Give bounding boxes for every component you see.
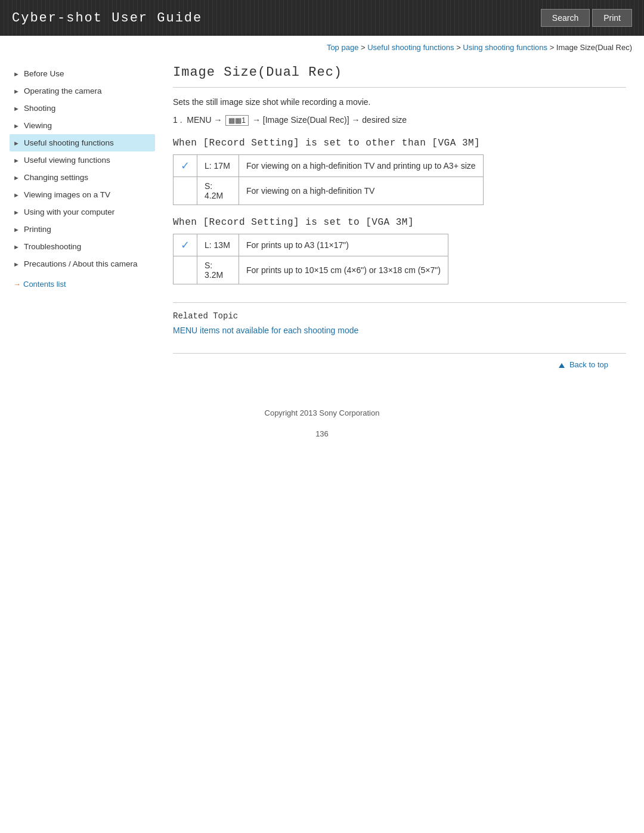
sidebar-item-useful-shooting[interactable]: ► Useful shooting functions [10,134,155,151]
arrow-icon: ► [13,122,20,129]
footer: Copyright 2013 Sony Corporation [0,399,644,423]
check-icon-cell [174,177,197,205]
arrow-icon: ► [13,140,20,147]
header: Cyber-shot User Guide Search Print [0,0,644,36]
size-cell: S: 3.2M [197,256,239,284]
sidebar-label: Printing [24,225,51,234]
arrow-icon: ► [13,261,20,268]
header-title: Cyber-shot User Guide [12,11,202,26]
arrow-icon: ► [13,226,20,233]
table-row: S: 4.2M For viewing on a high-definition… [174,177,484,205]
related-topic-section: Related Topic MENU items not available f… [173,302,626,335]
arrow-icon: ► [13,209,20,216]
section1-table: ✓ L: 17M For viewing on a high-definitio… [173,154,484,205]
desc-cell: For viewing on a high-definition TV and … [239,155,484,177]
sidebar-label: Shooting [24,104,55,113]
sidebar-item-troubleshooting[interactable]: ► Troubleshooting [10,238,155,255]
breadcrumb-useful-shooting[interactable]: Useful shooting functions [367,43,454,52]
print-button[interactable]: Print [592,9,632,27]
sidebar-label: Useful viewing functions [24,156,110,165]
header-buttons: Search Print [541,9,632,27]
triangle-up-icon [559,363,565,368]
main-layout: ► Before Use ► Operating the camera ► Sh… [0,59,644,399]
sidebar-label: Troubleshooting [24,242,81,251]
size-cell: S: 4.2M [197,177,239,205]
back-to-top-bar: Back to top [173,353,626,375]
sidebar-label: Viewing images on a TV [24,190,110,199]
sidebar-label: Useful shooting functions [24,138,114,147]
sidebar-item-useful-viewing[interactable]: ► Useful viewing functions [10,151,155,169]
breadcrumb-current: Image Size(Dual Rec) [556,43,632,52]
sidebar-label: Changing settings [24,173,88,182]
sidebar-item-printing[interactable]: ► Printing [10,221,155,238]
desc-cell: For viewing on a high-definition TV [239,177,484,205]
section2-title: When [Record Setting] is set to [VGA 3M] [173,217,626,228]
back-to-top-link[interactable]: Back to top [559,360,608,369]
check-icon-cell [174,256,197,284]
desc-cell: For prints up to A3 (11×17") [239,234,448,256]
description: Sets the still image size shot while rec… [173,97,626,107]
sidebar-item-computer[interactable]: ► Using with your computer [10,203,155,221]
main-content: Image Size(Dual Rec) Sets the still imag… [161,65,644,393]
contents-list-link[interactable]: → Contents list [10,280,155,289]
breadcrumb-top[interactable]: Top page [327,43,359,52]
sidebar-item-before-use[interactable]: ► Before Use [10,65,155,82]
arrow-icon: ► [13,105,20,112]
check-icon-cell: ✓ [174,155,197,177]
page-number: 136 [0,423,644,450]
instruction: 1 . MENU → ▦▦1 → [Image Size(Dual Rec)] … [173,115,626,126]
size-cell: L: 13M [197,234,239,256]
arrow-icon: ► [13,174,20,181]
sidebar-label: Viewing [24,121,52,130]
arrow-right-icon: → [13,280,21,289]
sidebar-item-precautions[interactable]: ► Precautions / About this camera [10,255,155,272]
desc-cell: For prints up to 10×15 cm (4×6") or 13×1… [239,256,448,284]
contents-list-label: Contents list [23,280,66,289]
sidebar-item-viewing-tv[interactable]: ► Viewing images on a TV [10,186,155,203]
sidebar-label: Precautions / About this camera [24,259,138,268]
sidebar-item-shooting[interactable]: ► Shooting [10,100,155,117]
table-row: ✓ L: 13M For prints up to A3 (11×17") [174,234,448,256]
arrow-icon: ► [13,243,20,250]
sidebar: ► Before Use ► Operating the camera ► Sh… [0,65,161,393]
sidebar-label: Using with your computer [24,208,114,216]
size-cell: L: 17M [197,155,239,177]
related-topic-title: Related Topic [173,311,626,321]
back-to-top-label: Back to top [569,360,608,369]
sidebar-item-operating[interactable]: ► Operating the camera [10,82,155,100]
breadcrumb-using-shooting[interactable]: Using shooting functions [463,43,547,52]
sidebar-label: Before Use [24,69,64,78]
sidebar-item-viewing[interactable]: ► Viewing [10,117,155,134]
table-row: ✓ L: 17M For viewing on a high-definitio… [174,155,484,177]
breadcrumb: Top page > Useful shooting functions > U… [0,36,644,59]
check-icon-cell: ✓ [174,234,197,256]
page-title: Image Size(Dual Rec) [173,65,626,88]
section2-table: ✓ L: 13M For prints up to A3 (11×17") S:… [173,234,448,284]
section1-title: When [Record Setting] is set to other th… [173,138,626,148]
sidebar-label: Operating the camera [24,86,102,95]
sidebar-item-changing-settings[interactable]: ► Changing settings [10,169,155,186]
footer-copyright: Copyright 2013 Sony Corporation [265,408,380,417]
arrow-icon: ► [13,157,20,164]
arrow-icon: ► [13,70,20,78]
related-topic-link[interactable]: MENU items not available for each shooti… [173,326,358,335]
table-row: S: 3.2M For prints up to 10×15 cm (4×6")… [174,256,448,284]
search-button[interactable]: Search [541,9,590,27]
arrow-icon: ► [13,191,20,199]
arrow-icon: ► [13,88,20,95]
